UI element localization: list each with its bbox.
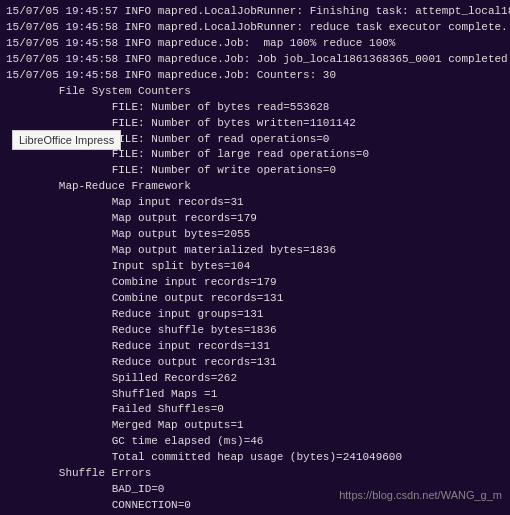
terminal-line: File System Counters <box>6 84 504 100</box>
terminal-line: Shuffled Maps =1 <box>6 387 504 403</box>
terminal-line: Map-Reduce Framework <box>6 179 504 195</box>
terminal-line: FILE: Number of write operations=0 <box>6 163 504 179</box>
terminal-line: Map output materialized bytes=1836 <box>6 243 504 259</box>
terminal-line: Reduce input groups=131 <box>6 307 504 323</box>
terminal-line: 15/07/05 19:45:58 INFO mapreduce.Job: Jo… <box>6 52 504 68</box>
tooltip-box: LibreOffice Impress <box>12 130 121 150</box>
terminal-line: Map output bytes=2055 <box>6 227 504 243</box>
terminal-line: Reduce input records=131 <box>6 339 504 355</box>
terminal-line: Combine input records=179 <box>6 275 504 291</box>
terminal-line: Reduce shuffle bytes=1836 <box>6 323 504 339</box>
terminal-line: Total committed heap usage (bytes)=24104… <box>6 450 504 466</box>
terminal-line: Spilled Records=262 <box>6 371 504 387</box>
terminal-line: Map output records=179 <box>6 211 504 227</box>
terminal-window: 15/07/05 19:45:57 INFO mapred.LocalJobRu… <box>0 0 510 515</box>
terminal-line: FILE: Number of bytes read=553628 <box>6 100 504 116</box>
terminal-line: Merged Map outputs=1 <box>6 418 504 434</box>
terminal-line: 15/07/05 19:45:58 INFO mapred.LocalJobRu… <box>6 20 504 36</box>
terminal-line: Input split bytes=104 <box>6 259 504 275</box>
terminal-line: Shuffle Errors <box>6 466 504 482</box>
terminal-line: Combine output records=131 <box>6 291 504 307</box>
watermark: https://blog.csdn.net/WANG_g_m <box>339 489 502 501</box>
terminal-line: 15/07/05 19:45:58 INFO mapreduce.Job: ma… <box>6 36 504 52</box>
terminal-line: Map input records=31 <box>6 195 504 211</box>
terminal-line: Failed Shuffles=0 <box>6 402 504 418</box>
terminal-line: 15/07/05 19:45:58 INFO mapreduce.Job: Co… <box>6 68 504 84</box>
terminal-line: GC time elapsed (ms)=46 <box>6 434 504 450</box>
terminal-line: Reduce output records=131 <box>6 355 504 371</box>
terminal-line: 15/07/05 19:45:57 INFO mapred.LocalJobRu… <box>6 4 504 20</box>
